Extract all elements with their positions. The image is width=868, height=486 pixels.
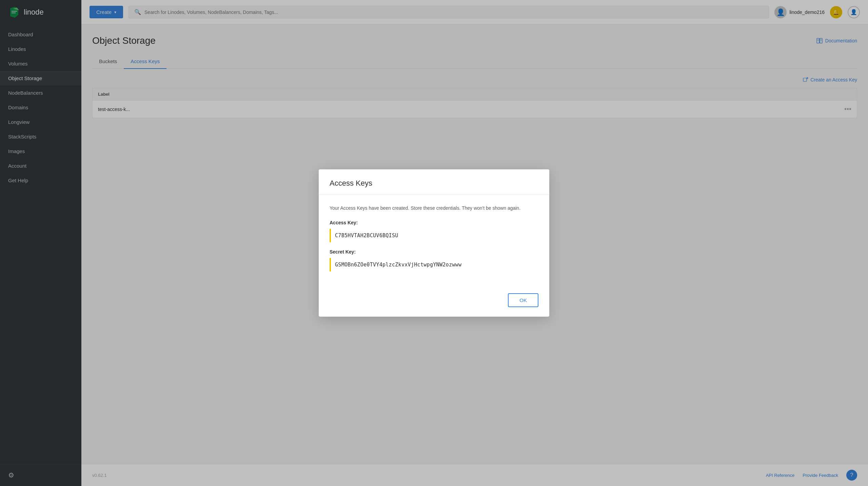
modal-description: Your Access Keys have been created. Stor… [330,204,538,212]
access-key-accent-bar [330,229,331,242]
secret-key-container: GSMOBn6ZOe0TVY4plzcZkvxVjHctwpgYNW2ozwww [330,258,538,272]
secret-key-section: Secret Key: GSMOBn6ZOe0TVY4plzcZkvxVjHct… [330,249,538,272]
secret-key-accent-bar [330,258,331,272]
modal-header: Access Keys [319,169,549,195]
access-keys-modal: Access Keys Your Access Keys have been c… [319,169,549,317]
ok-button[interactable]: OK [508,293,538,307]
modal-footer: OK [319,288,549,317]
modal-overlay: Access Keys Your Access Keys have been c… [0,0,868,486]
secret-key-label: Secret Key: [330,249,538,255]
access-key-section: Access Key: C7B5HVTAH2BCUV6BQISU [330,220,538,242]
access-key-container: C7B5HVTAH2BCUV6BQISU [330,229,538,242]
access-key-value: C7B5HVTAH2BCUV6BQISU [335,232,398,239]
modal-title: Access Keys [330,179,538,188]
modal-body: Your Access Keys have been created. Stor… [319,195,549,288]
access-key-label: Access Key: [330,220,538,225]
secret-key-value: GSMOBn6ZOe0TVY4plzcZkvxVjHctwpgYNW2ozwww [335,262,461,268]
